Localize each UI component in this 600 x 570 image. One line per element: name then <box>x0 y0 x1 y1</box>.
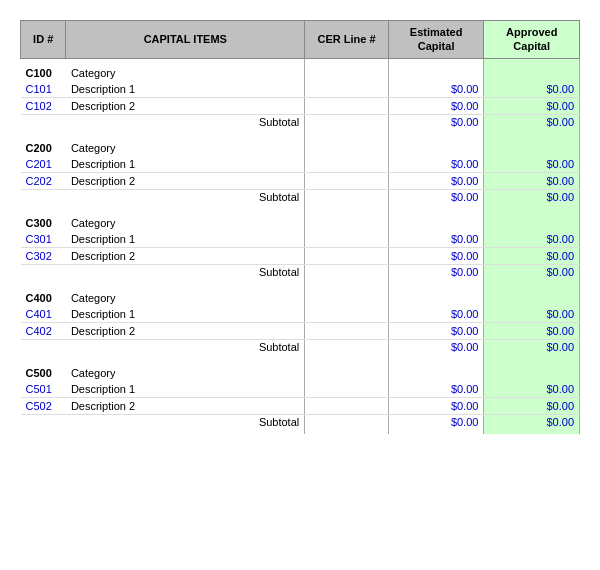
category-id: C100 <box>21 58 66 81</box>
table-row[interactable]: C501 Description 1 $0.00 $0.00 <box>21 381 580 398</box>
table-row[interactable]: C202 Description 2 $0.00 $0.00 <box>21 172 580 189</box>
item-id: C102 <box>21 97 66 114</box>
item-cer <box>305 381 389 398</box>
item-appr: $0.00 <box>484 247 580 264</box>
category-name: Category <box>66 359 305 381</box>
item-appr: $0.00 <box>484 81 580 98</box>
item-desc: Description 1 <box>66 156 305 173</box>
category-id: C200 <box>21 134 66 156</box>
category-row: C200 Category <box>21 134 580 156</box>
category-appr <box>484 284 580 306</box>
category-name: Category <box>66 284 305 306</box>
category-est <box>388 58 484 81</box>
item-appr: $0.00 <box>484 397 580 414</box>
item-desc: Description 1 <box>66 381 305 398</box>
item-appr: $0.00 <box>484 156 580 173</box>
category-appr <box>484 134 580 156</box>
item-cer <box>305 306 389 323</box>
item-id: C201 <box>21 156 66 173</box>
header-cer: CER Line # <box>305 21 389 59</box>
category-est <box>388 359 484 381</box>
item-id: C202 <box>21 172 66 189</box>
category-est <box>388 134 484 156</box>
item-est: $0.00 <box>388 97 484 114</box>
item-desc: Description 1 <box>66 306 305 323</box>
item-desc: Description 1 <box>66 81 305 98</box>
subtotal-row: Subtotal $0.00 $0.00 <box>21 114 580 134</box>
subtotal-est: $0.00 <box>388 189 484 209</box>
subtotal-appr: $0.00 <box>484 189 580 209</box>
item-appr: $0.00 <box>484 381 580 398</box>
subtotal-label: Subtotal <box>66 264 305 284</box>
item-cer <box>305 231 389 248</box>
item-appr: $0.00 <box>484 231 580 248</box>
category-name: Category <box>66 134 305 156</box>
subtotal-id <box>21 189 66 209</box>
category-id: C400 <box>21 284 66 306</box>
category-row: C100 Category <box>21 58 580 81</box>
subtotal-cer <box>305 264 389 284</box>
item-appr: $0.00 <box>484 322 580 339</box>
item-id: C301 <box>21 231 66 248</box>
category-appr <box>484 359 580 381</box>
item-cer <box>305 397 389 414</box>
capital-items-table: ID # CAPITAL ITEMS CER Line # Estimated … <box>20 20 580 434</box>
subtotal-id <box>21 414 66 434</box>
item-id: C401 <box>21 306 66 323</box>
subtotal-est: $0.00 <box>388 339 484 359</box>
item-cer <box>305 172 389 189</box>
header-estimated-capital: Estimated Capital <box>388 21 484 59</box>
item-est: $0.00 <box>388 172 484 189</box>
subtotal-appr: $0.00 <box>484 114 580 134</box>
subtotal-cer <box>305 114 389 134</box>
category-row: C400 Category <box>21 284 580 306</box>
item-est: $0.00 <box>388 81 484 98</box>
subtotal-appr: $0.00 <box>484 414 580 434</box>
category-row: C300 Category <box>21 209 580 231</box>
table-row[interactable]: C102 Description 2 $0.00 $0.00 <box>21 97 580 114</box>
subtotal-cer <box>305 339 389 359</box>
table-row[interactable]: C201 Description 1 $0.00 $0.00 <box>21 156 580 173</box>
item-appr: $0.00 <box>484 306 580 323</box>
table-header-row: ID # CAPITAL ITEMS CER Line # Estimated … <box>21 21 580 59</box>
header-approved-capital: Approved Capital <box>484 21 580 59</box>
table-row[interactable]: C302 Description 2 $0.00 $0.00 <box>21 247 580 264</box>
subtotal-row: Subtotal $0.00 $0.00 <box>21 339 580 359</box>
item-id: C501 <box>21 381 66 398</box>
table-row[interactable]: C401 Description 1 $0.00 $0.00 <box>21 306 580 323</box>
item-cer <box>305 156 389 173</box>
category-cer <box>305 58 389 81</box>
item-est: $0.00 <box>388 156 484 173</box>
table-row[interactable]: C101 Description 1 $0.00 $0.00 <box>21 81 580 98</box>
subtotal-est: $0.00 <box>388 414 484 434</box>
category-est <box>388 209 484 231</box>
item-cer <box>305 247 389 264</box>
item-est: $0.00 <box>388 322 484 339</box>
item-cer <box>305 81 389 98</box>
category-est <box>388 284 484 306</box>
table-row[interactable]: C502 Description 2 $0.00 $0.00 <box>21 397 580 414</box>
item-desc: Description 2 <box>66 397 305 414</box>
subtotal-appr: $0.00 <box>484 339 580 359</box>
item-desc: Description 2 <box>66 322 305 339</box>
category-cer <box>305 284 389 306</box>
item-desc: Description 1 <box>66 231 305 248</box>
subtotal-est: $0.00 <box>388 264 484 284</box>
item-desc: Description 2 <box>66 97 305 114</box>
item-id: C402 <box>21 322 66 339</box>
subtotal-label: Subtotal <box>66 414 305 434</box>
item-id: C302 <box>21 247 66 264</box>
category-name: Category <box>66 209 305 231</box>
table-row[interactable]: C301 Description 1 $0.00 $0.00 <box>21 231 580 248</box>
item-id: C101 <box>21 81 66 98</box>
subtotal-label: Subtotal <box>66 189 305 209</box>
table-row[interactable]: C402 Description 2 $0.00 $0.00 <box>21 322 580 339</box>
item-appr: $0.00 <box>484 97 580 114</box>
category-id: C300 <box>21 209 66 231</box>
item-cer <box>305 322 389 339</box>
subtotal-label: Subtotal <box>66 114 305 134</box>
category-appr <box>484 58 580 81</box>
header-capital-items: CAPITAL ITEMS <box>66 21 305 59</box>
item-est: $0.00 <box>388 397 484 414</box>
header-id: ID # <box>21 21 66 59</box>
